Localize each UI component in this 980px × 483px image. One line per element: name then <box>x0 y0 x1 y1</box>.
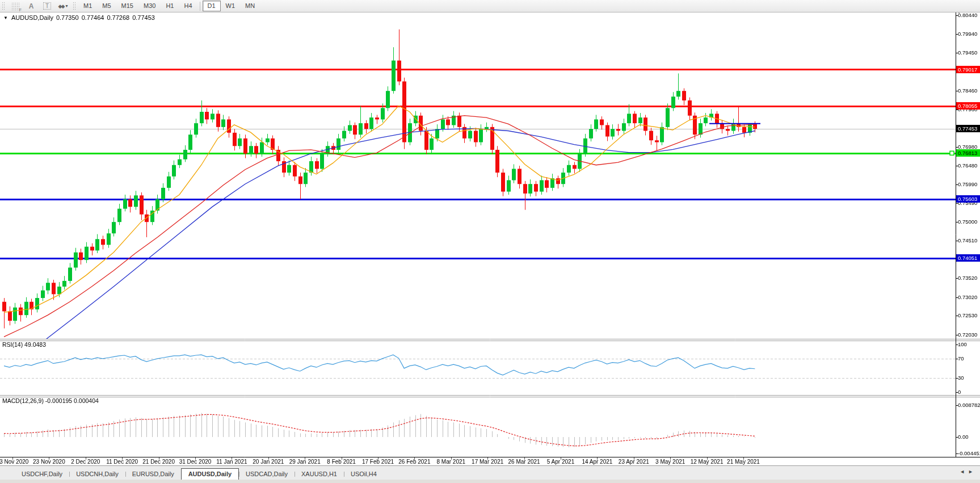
toolbar: F A T ◆◆ ▾ M1M5M15M30H1H4D1W1MN <box>0 0 980 12</box>
application-window: F A T ◆◆ ▾ M1M5M15M30H1H4D1W1MN ▼AUDUSD,… <box>0 0 980 483</box>
low-value: 0.77268 <box>107 14 129 21</box>
price-tag: 0.76813 <box>956 149 980 157</box>
timeframe-button-M1[interactable]: M1 <box>78 1 97 11</box>
price-axis-label: 0.72530 <box>958 313 980 318</box>
chart-tab-usdcad[interactable]: USDCAD,Daily <box>239 469 295 480</box>
rsi-axis-label: 100 <box>958 342 980 347</box>
chart-tab-usoil[interactable]: USOil,H4 <box>344 469 384 480</box>
price-tag: 0.77453 <box>956 125 980 132</box>
date-axis-label: 11 Jan 2021 <box>216 459 247 465</box>
cursor-tools-button[interactable]: ◆◆ ▾ <box>56 1 70 11</box>
tab-scroll-left-icon[interactable]: ◄ <box>960 469 968 474</box>
price-axis-label: 0.78460 <box>958 88 980 94</box>
toolbar-grip[interactable] <box>73 2 77 10</box>
chart-tab-eurusd[interactable]: EURUSD,Daily <box>125 469 181 480</box>
price-axis-label: 0.75990 <box>958 182 980 187</box>
rsi-indicator-label: RSI(14) 49.0483 <box>2 341 46 348</box>
toolbar-grip[interactable] <box>2 2 6 10</box>
timeframe-button-H1[interactable]: H1 <box>161 1 179 11</box>
date-axis-label: 12 May 2021 <box>691 459 724 465</box>
price-axis-label: 0.73020 <box>958 295 980 300</box>
price-axis-label: 0.76480 <box>958 163 980 169</box>
chart-canvas[interactable] <box>0 0 980 483</box>
date-axis-label: 31 Dec 2020 <box>179 459 212 465</box>
title-dropdown-icon: ▼ <box>3 15 8 20</box>
date-axis-label: 17 Mar 2021 <box>472 459 503 465</box>
price-axis-label: 0.76980 <box>958 144 980 150</box>
letter-a-icon: A <box>29 2 34 10</box>
symbol-period-label: AUDUSD,Daily <box>11 14 53 21</box>
price-axis-label: 0.79940 <box>958 31 980 37</box>
date-axis-label: 29 Jan 2021 <box>289 459 321 465</box>
rsi-axis-label: 30 <box>958 375 980 381</box>
date-axis-label: 11 Dec 2020 <box>106 459 138 465</box>
price-tag: 0.75603 <box>956 195 980 203</box>
tab-scroll-arrows: ◄► <box>960 469 977 474</box>
letter-t-icon: T <box>43 2 51 10</box>
text-label-icon[interactable]: A <box>24 1 39 11</box>
price-axis-label: 0.74510 <box>958 238 980 243</box>
timeframe-toolbar: M1M5M15M30H1H4D1W1MN <box>78 1 260 11</box>
chart-tab-bar: USDCHF,DailyUSDCNH,DailyEURUSD,DailyAUDU… <box>0 465 980 480</box>
grid-f-icon-glyph: F <box>11 2 19 10</box>
macd-axis-label: 0.008782 <box>958 402 980 408</box>
date-axis-label: 8 Feb 2021 <box>327 459 356 465</box>
price-tag: 0.74051 <box>956 254 980 262</box>
window-bottom-strip <box>0 480 980 483</box>
price-axis-label: 0.79450 <box>958 50 980 56</box>
timeframe-button-M15[interactable]: M15 <box>116 1 138 11</box>
date-axis-label: 20 Jan 2021 <box>253 459 284 465</box>
date-axis-label: 21 May 2021 <box>727 459 760 465</box>
price-axis-label: 0.73520 <box>958 275 980 281</box>
chart-tab-usdchf[interactable]: USDCHF,Daily <box>15 469 69 480</box>
price-axis-label: 0.75000 <box>958 219 980 225</box>
rsi-axis-label: 70 <box>958 356 980 362</box>
date-axis-label: 26 Mar 2021 <box>508 459 540 465</box>
rsi-axis-label: 0 <box>958 389 980 395</box>
date-axis-label: 21 Dec 2020 <box>142 459 175 465</box>
date-axis-label: 5 Apr 2021 <box>547 459 574 465</box>
chart-title: ▼AUDUSD,Daily0.773500.774640.772680.7745… <box>3 14 155 21</box>
macd-axis-label: -0.004451 <box>958 451 980 456</box>
tab-scroll-right-icon[interactable]: ► <box>968 469 977 474</box>
date-axis-label: 2 Dec 2020 <box>71 459 100 465</box>
timeframe-button-H4[interactable]: H4 <box>179 1 197 11</box>
chart-tab-audusd[interactable]: AUDUSD,Daily <box>181 468 239 480</box>
date-axis-label: 13 Nov 2020 <box>0 459 28 465</box>
timeframe-button-W1[interactable]: W1 <box>221 1 241 11</box>
timeframe-button-M30[interactable]: M30 <box>138 1 161 11</box>
chevron-down-icon: ▾ <box>65 3 68 9</box>
timeframe-button-M5[interactable]: M5 <box>97 1 116 11</box>
grid-f-icon[interactable]: F <box>8 1 23 11</box>
macd-axis-label: 0.00 <box>958 434 980 440</box>
price-axis-label: 0.72030 <box>958 332 980 338</box>
close-value: 0.77453 <box>132 14 155 21</box>
date-axis-label: 26 Feb 2021 <box>398 459 430 465</box>
chart-tab-usdcnh[interactable]: USDCNH,Daily <box>69 469 125 480</box>
toolbar-separator <box>200 2 200 11</box>
chart-tab-xauusd[interactable]: XAUUSD,H1 <box>295 469 344 480</box>
date-axis-label: 23 Apr 2021 <box>619 459 649 465</box>
macd-indicator-label: MACD(12,26,9) -0.000195 0.000404 <box>2 397 99 404</box>
cursor-tools-icon: ◆◆ <box>58 3 64 9</box>
price-tag: 0.79017 <box>956 66 980 73</box>
high-value: 0.77464 <box>82 14 104 21</box>
date-axis-label: 17 Feb 2021 <box>362 459 394 465</box>
text-box-icon[interactable]: T <box>40 1 54 11</box>
price-tag: 0.78055 <box>956 102 980 110</box>
date-axis-label: 3 May 2021 <box>655 459 685 465</box>
timeframe-button-D1[interactable]: D1 <box>203 1 221 11</box>
date-axis-label: 23 Nov 2020 <box>33 459 65 465</box>
open-value: 0.77350 <box>56 14 79 21</box>
date-axis-label: 8 Mar 2021 <box>437 459 466 465</box>
date-axis-label: 14 Apr 2021 <box>582 459 612 465</box>
timeframe-button-MN[interactable]: MN <box>240 1 260 11</box>
